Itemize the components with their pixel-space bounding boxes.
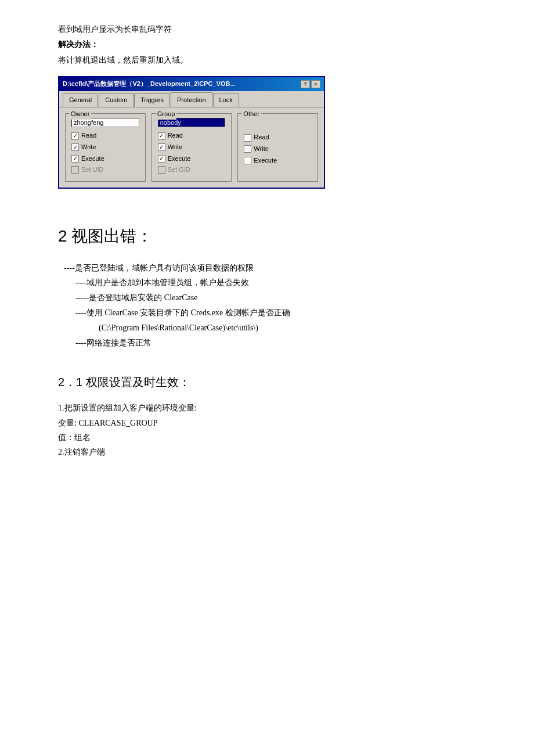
group-write-checkbox[interactable] [158, 143, 165, 151]
bullet-item-3: -----是否登陆域后安装的 ClearCase [75, 291, 488, 305]
settings-item-4: 2.注销客户端 [58, 445, 488, 459]
group-setgid-label: Set GID [168, 165, 190, 175]
owner-write-row: Write [71, 142, 139, 153]
owner-group-title: Owner [69, 109, 91, 120]
other-read-checkbox[interactable] [244, 134, 251, 142]
dialog-window: D:\ccfld\产品数据管理（V2）_Development_2\CPC_VO… [58, 76, 325, 189]
bullet-item-5: (C:\Program Files\Rational\ClearCase)\et… [99, 321, 488, 335]
group-read-row: Read [158, 131, 226, 141]
dialog-close-btn[interactable]: × [311, 80, 320, 88]
group-setgid-checkbox [158, 166, 165, 174]
other-group: Other Read Write Execute [237, 113, 318, 181]
other-write-checkbox[interactable] [244, 145, 251, 153]
owner-setuid-checkbox [71, 166, 79, 174]
owner-setuid-row: Set UID [71, 165, 139, 175]
dialog-title: D:\ccfld\产品数据管理（V2）_Development_2\CPC_VO… [63, 79, 236, 89]
other-group-title: Other [241, 109, 261, 120]
owner-read-row: Read [71, 131, 139, 141]
solution-text: 将计算机退出域，然后重新加入域。 [58, 54, 488, 67]
other-write-label: Write [254, 144, 268, 154]
tab-general[interactable]: General [63, 93, 98, 107]
bullet-item-2: ----域用户是否加到本地管理员组，帐户是否失效 [75, 276, 488, 290]
bullet-item-6: ----网络连接是否正常 [75, 336, 488, 350]
dialog-content: Owner Read Write Execute Set UID [59, 107, 324, 187]
group-read-checkbox[interactable] [158, 132, 165, 140]
owner-setuid-label: Set UID [81, 165, 104, 175]
other-write-row: Write [244, 144, 312, 154]
section21-heading: 2．1 权限设置及时生效： [58, 373, 488, 391]
owner-execute-label: Execute [81, 154, 104, 164]
tab-triggers[interactable]: Triggers [134, 93, 170, 107]
solution-label: 解决办法： [58, 38, 488, 51]
tab-custom[interactable]: Custom [99, 93, 134, 107]
bullet-item-1: ----是否已登陆域，域帐户具有访问该项目数据的权限 [64, 261, 488, 275]
settings-item-2: 变量: CLEARCASE_GROUP [58, 416, 488, 430]
dialog-permissions-row: Owner Read Write Execute Set UID [65, 113, 318, 181]
dialog-help-btn[interactable]: ? [301, 80, 310, 88]
settings-item-3: 值：组名 [58, 430, 488, 445]
section2-heading: 2 视图出错： [58, 224, 488, 250]
intro-text1: 看到域用户显示为长串乱码字符 [58, 23, 488, 36]
group-execute-label: Execute [168, 154, 191, 164]
tab-protection[interactable]: Protection [171, 92, 212, 107]
group-group: Group Read Write Execute Set GID [151, 113, 232, 181]
owner-execute-checkbox[interactable] [71, 155, 79, 163]
bullet-item-4: ----使用 ClearCase 安装目录下的 Creds.exe 检测帐户是否… [75, 306, 488, 320]
owner-write-checkbox[interactable] [71, 143, 79, 151]
dialog-tabs: General Custom Triggers Protection Lock [59, 91, 324, 107]
tab-lock[interactable]: Lock [213, 93, 239, 107]
other-read-label: Read [254, 132, 269, 143]
group-write-label: Write [168, 142, 182, 153]
owner-execute-row: Execute [71, 154, 139, 164]
other-read-row: Read [244, 132, 312, 143]
group-setgid-row: Set GID [158, 165, 226, 175]
group-group-title: Group [156, 109, 177, 120]
dialog-titlebar: D:\ccfld\产品数据管理（V2）_Development_2\CPC_VO… [59, 77, 324, 91]
owner-group: Owner Read Write Execute Set UID [65, 113, 146, 181]
group-write-row: Write [158, 142, 226, 153]
section21-items: 1.把新设置的组加入客户端的环境变量: 变量: CLEARCASE_GROUP … [58, 401, 488, 459]
owner-read-label: Read [81, 131, 96, 141]
section2-bullets: ----是否已登陆域，域帐户具有访问该项目数据的权限 ----域用户是否加到本地… [64, 261, 488, 350]
group-execute-checkbox[interactable] [158, 155, 165, 163]
other-execute-label: Execute [254, 156, 277, 166]
group-execute-row: Execute [158, 154, 226, 164]
group-read-label: Read [168, 131, 183, 141]
settings-item-1: 1.把新设置的组加入客户端的环境变量: [58, 401, 488, 415]
other-execute-row: Execute [244, 156, 312, 166]
owner-read-checkbox[interactable] [71, 132, 79, 140]
dialog-titlebar-buttons: ? × [301, 80, 320, 88]
owner-write-label: Write [81, 142, 96, 153]
other-execute-checkbox[interactable] [244, 157, 251, 164]
